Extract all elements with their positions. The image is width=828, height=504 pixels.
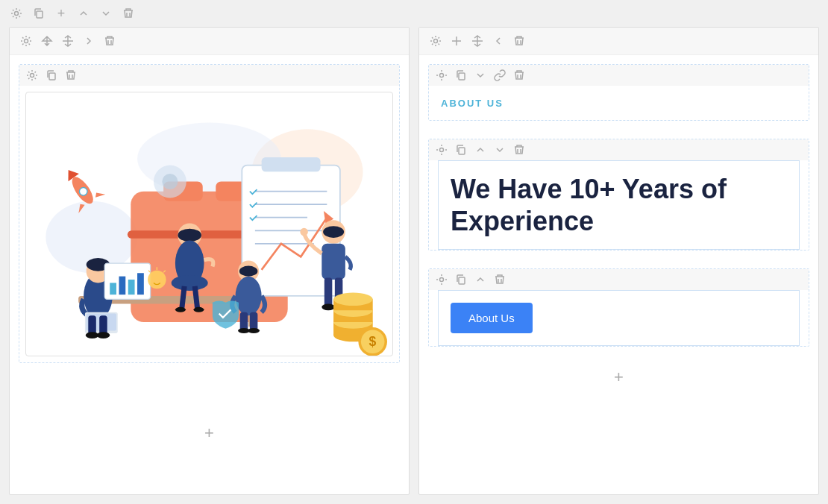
svg-rect-87	[459, 277, 465, 284]
svg-marker-26	[93, 189, 105, 201]
svg-point-51	[172, 275, 208, 291]
right-col-move-icon[interactable]	[449, 34, 464, 48]
right-col-trash-icon[interactable]	[512, 34, 527, 48]
label-arrow-down-icon[interactable]	[474, 69, 487, 82]
svg-rect-13	[262, 157, 321, 171]
svg-point-57	[239, 266, 258, 277]
top-gear-icon[interactable]	[9, 6, 24, 21]
about-label-toolbar	[429, 65, 809, 86]
left-column-toolbar	[10, 28, 409, 55]
heading-arrow-up-icon[interactable]	[474, 143, 487, 157]
img-gear-icon[interactable]	[25, 69, 39, 82]
svg-point-21	[162, 174, 178, 189]
label-trash-icon[interactable]	[512, 69, 526, 82]
svg-point-62	[248, 328, 260, 333]
svg-point-66	[300, 228, 308, 236]
top-trash-icon[interactable]	[121, 6, 136, 21]
svg-point-49	[178, 229, 201, 242]
label-copy-icon[interactable]	[454, 69, 468, 82]
svg-point-77	[333, 293, 373, 306]
heading-gear-icon[interactable]	[435, 143, 448, 157]
svg-point-82	[440, 74, 444, 78]
top-toolbar: +	[0, 0, 828, 27]
svg-point-86	[440, 278, 444, 282]
svg-text:$: $	[368, 334, 376, 349]
heading-block-container: We Have 10+ Years of Experience	[428, 139, 809, 251]
btn-copy-icon[interactable]	[454, 273, 468, 286]
right-column-toolbar	[419, 28, 818, 55]
svg-rect-83	[459, 73, 465, 80]
top-arrow-up-icon[interactable]	[76, 6, 91, 21]
img-copy-icon[interactable]	[45, 69, 58, 82]
left-col-move-icon[interactable]	[40, 34, 54, 48]
top-copy-icon[interactable]	[31, 6, 46, 21]
left-col-crossmove-icon[interactable]	[60, 34, 75, 48]
btn-trash-icon[interactable]	[493, 273, 506, 286]
about-us-label-container: ABOUT US	[429, 86, 809, 120]
svg-rect-40	[110, 283, 116, 294]
svg-point-64	[323, 226, 344, 238]
svg-rect-85	[459, 148, 465, 154]
button-block-toolbar	[429, 269, 809, 290]
button-block-container: About Us	[428, 268, 809, 347]
svg-point-3	[31, 74, 34, 78]
svg-rect-60	[250, 312, 258, 331]
label-gear-icon[interactable]	[435, 69, 448, 82]
svg-rect-42	[128, 280, 135, 294]
heading-trash-icon[interactable]	[512, 143, 526, 157]
svg-point-58	[236, 277, 262, 316]
top-add-icon[interactable]: +	[54, 6, 69, 21]
svg-rect-41	[119, 277, 126, 295]
heading-text: We Have 10+ Years of Experience	[451, 173, 787, 237]
svg-point-54	[175, 307, 186, 312]
svg-rect-59	[240, 312, 248, 331]
btn-gear-icon[interactable]	[435, 273, 448, 286]
svg-point-44	[148, 271, 166, 289]
right-col-crossmove-icon[interactable]	[470, 34, 485, 48]
left-col-arrow-right-icon[interactable]	[81, 34, 96, 48]
heading-copy-icon[interactable]	[454, 143, 468, 157]
svg-point-55	[193, 307, 204, 312]
svg-line-52	[182, 286, 185, 309]
svg-rect-4	[49, 73, 55, 80]
svg-rect-65	[322, 244, 345, 280]
image-block-container: $	[19, 64, 400, 363]
right-column-panel: ABOUT US	[418, 27, 819, 495]
svg-point-81	[434, 40, 438, 43]
left-add-button[interactable]: +	[10, 372, 409, 494]
right-col-arrow-left-icon[interactable]	[491, 34, 506, 48]
label-link-icon[interactable]	[493, 69, 506, 82]
heading-block-toolbar	[429, 139, 809, 160]
button-block-content: About Us	[438, 290, 800, 346]
svg-rect-1	[37, 11, 43, 18]
about-us-label-text: ABOUT US	[441, 98, 504, 109]
top-arrow-down-icon[interactable]	[98, 6, 113, 21]
svg-point-84	[440, 148, 444, 152]
svg-rect-43	[137, 273, 144, 294]
svg-point-0	[15, 12, 19, 16]
left-col-gear-icon[interactable]	[19, 34, 34, 48]
left-column-panel: $ +	[9, 27, 410, 495]
svg-point-2	[25, 40, 28, 43]
editor-root: +	[0, 0, 828, 504]
heading-arrow-down-icon[interactable]	[493, 143, 506, 157]
main-area: $ +	[0, 27, 828, 504]
btn-arrow-up-icon[interactable]	[474, 273, 487, 286]
svg-point-38	[97, 332, 110, 338]
about-us-button[interactable]: About Us	[451, 303, 533, 333]
svg-line-53	[195, 286, 198, 309]
left-col-trash-icon[interactable]	[102, 34, 117, 48]
about-us-label-block: ABOUT US	[428, 64, 809, 121]
right-add-button[interactable]: +	[419, 356, 818, 399]
svg-rect-67	[324, 277, 333, 306]
image-block-toolbar	[19, 65, 399, 86]
illustration-image: $	[25, 92, 393, 356]
heading-block-content: We Have 10+ Years of Experience	[438, 160, 800, 250]
img-trash-icon[interactable]	[64, 69, 78, 82]
right-col-gear-icon[interactable]	[428, 34, 443, 48]
